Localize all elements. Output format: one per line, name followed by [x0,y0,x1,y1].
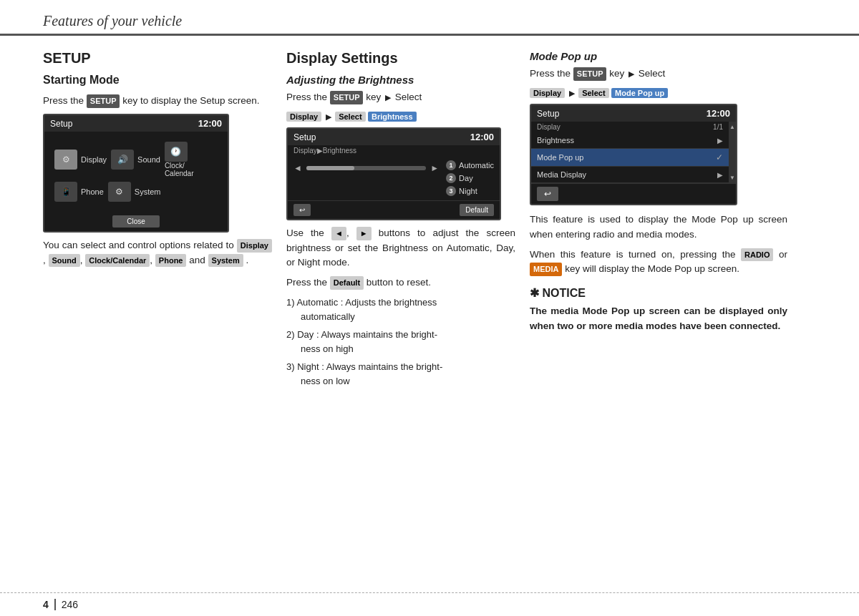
arrow-icon-right: ▶ [629,68,634,80]
starting-mode-heading: Starting Mode [43,74,272,87]
display-badge-mid: Display [286,112,321,122]
select-badge-right: Select [578,88,608,98]
setup-icons: ⚙ Display 🔊 Sound 🕐 Clock/Calendar 📱 Pho… [50,136,222,207]
setup-badge-1: SETUP [87,94,120,108]
screen-header: Setup 12:00 [44,115,228,132]
list-item-1: 1) Automatic : Adjusts the brightness au… [286,295,515,323]
arrow-icon-mid: ▶ [385,92,391,104]
mode-screen-header: Setup 12:00 [531,105,736,122]
play-icon-brightness: ▶ [717,137,723,145]
mode-popup-desc2: When this feature is turned on, pressing… [530,248,787,277]
phone-icon: 📱 [54,182,77,202]
check-icon-mode: ✓ [716,152,723,162]
opt-circle-1: 1 [446,160,456,170]
brightness-nav: Display▶Brightness [288,145,500,156]
system-icon: ⚙ [108,182,131,202]
mode-screen-time: 12:00 [707,108,730,119]
clock-badge: Clock/Calendar [85,254,150,268]
setup-badge-right: SETUP [573,67,607,81]
arrow-icon-mid2: ▶ [326,112,331,122]
left-btn-badge: ◄ [331,227,346,240]
right-btn-badge: ► [356,227,372,240]
slider-fill [306,166,354,170]
notice-title: ✱ NOTICE [530,286,787,300]
notice-body: The media Mode Pop up screen can be disp… [530,304,787,333]
setup-heading: SETUP [43,50,272,67]
radio-badge: RADIO [741,248,773,262]
default-badge: Default [330,276,364,290]
slider-row: ◄ ► [293,163,439,173]
display-settings-heading: Display Settings [286,50,515,67]
screen-body: ⚙ Display 🔊 Sound 🕐 Clock/Calendar 📱 Pho… [44,132,228,212]
scroll-down[interactable]: ▼ [729,172,735,183]
mode-popup-instruction: Press the SETUP key ▶ Select [530,67,787,81]
phone-badge: Phone [155,254,187,268]
setup-screen-1: Setup 12:00 ⚙ Display 🔊 Sound 🕐 Clock/Ca [43,114,229,233]
mode-item-brightness[interactable]: Brightness ▶ [531,132,729,149]
page-title: Features of your vehicle [43,13,816,29]
mode-popup-heading: Mode Pop up [530,50,787,62]
mode-list-main: Display 1/1 Brightness ▶ Mode Pop up ✓ M… [531,122,729,183]
back-button[interactable]: ↩ [293,204,311,216]
slider-track[interactable] [306,166,426,170]
press-default-text: Press the Default button to reset. [286,275,515,290]
display-badge: Display [237,239,272,253]
brightness-screen-title: Setup [293,132,316,142]
close-button[interactable]: Close [112,215,160,228]
icon-phone: 📱 Phone [54,182,104,202]
mode-list-header: Display 1/1 [531,122,729,132]
mode-screen-title: Setup [537,109,559,119]
page-number: 4 [43,599,49,610]
brightness-screen-time: 12:00 [470,132,494,142]
list-item-2: 2) Day : Always maintains the bright- ne… [286,328,515,356]
mode-footer: ↩ [531,183,736,204]
right-column: Mode Pop up Press the SETUP key ▶ Select… [530,50,787,392]
sound-badge: Sound [49,254,80,268]
opt-circle-2: 2 [446,173,456,183]
opt-circle-3: 3 [446,186,456,196]
screen-footer: Close [44,212,228,231]
use-buttons-text: Use the ◄, ► buttons to adjust the scree… [286,226,515,270]
play-icon-media: ▶ [717,171,723,179]
slider-right-arrow[interactable]: ► [430,163,439,173]
brightness-instruction: Press the SETUP key ▶ Select [286,90,515,104]
mode-screen: Setup 12:00 Display 1/1 Brightness ▶ Mod… [530,104,737,205]
slider-area: ◄ ► [293,160,439,196]
default-button[interactable]: Default [460,204,494,216]
clock-icon: 🕐 [165,142,188,162]
scrollbar[interactable]: ▲ ▼ [729,122,736,183]
display-icon: ⚙ [54,150,77,170]
brightness-options: 1 Automatic 2 Day 3 Night [446,160,494,196]
slider-left-arrow[interactable]: ◄ [293,163,302,173]
mode-item-mediadisplay[interactable]: Media Display ▶ [531,167,729,183]
brightness-screen: Setup 12:00 Display▶Brightness ◄ ► [286,127,501,220]
icon-system: ⚙ System [108,182,161,202]
display-badge-right: Display [530,88,565,98]
page-sub-number: 246 [62,599,78,610]
select-badge-mid: Select [335,112,365,122]
brightness-screen-header: Setup 12:00 [288,129,500,145]
icon-display: ⚙ Display [54,142,107,177]
sound-icon: 🔊 [111,150,134,170]
notice-box: ✱ NOTICE The media Mode Pop up screen ca… [530,286,787,333]
brightness-body: ◄ ► 1 Automatic 2 Day [288,156,500,200]
select-desc: You can select and control options relat… [43,238,272,268]
brightness-screen-footer: ↩ Default [288,200,500,219]
icon-clock: 🕐 Clock/Calendar [165,142,194,177]
opt-day: 2 Day [446,173,494,183]
brightness-badge: Brightness [368,112,416,122]
scroll-up[interactable]: ▲ [729,122,735,132]
mode-back-button[interactable]: ↩ [537,187,558,201]
adjusting-brightness-heading: Adjusting the Brightness [286,74,515,86]
page-header: Features of your vehicle [0,0,859,36]
mode-popup-desc1: This feature is used to display the Mode… [530,212,787,242]
brightness-list: 1) Automatic : Adjusts the brightness au… [286,295,515,388]
setup-badge-mid: SETUP [330,91,364,104]
screen-time: 12:00 [198,118,222,129]
media-badge: MEDIA [530,263,562,276]
left-column: SETUP Starting Mode Press the SETUP key … [43,50,286,392]
mode-item-modepopup[interactable]: Mode Pop up ✓ [531,149,729,167]
screen-title: Setup [50,119,72,129]
arrow-icon-right2: ▶ [569,89,575,98]
setup-desc: Press the SETUP key to display the Setup… [43,94,272,108]
